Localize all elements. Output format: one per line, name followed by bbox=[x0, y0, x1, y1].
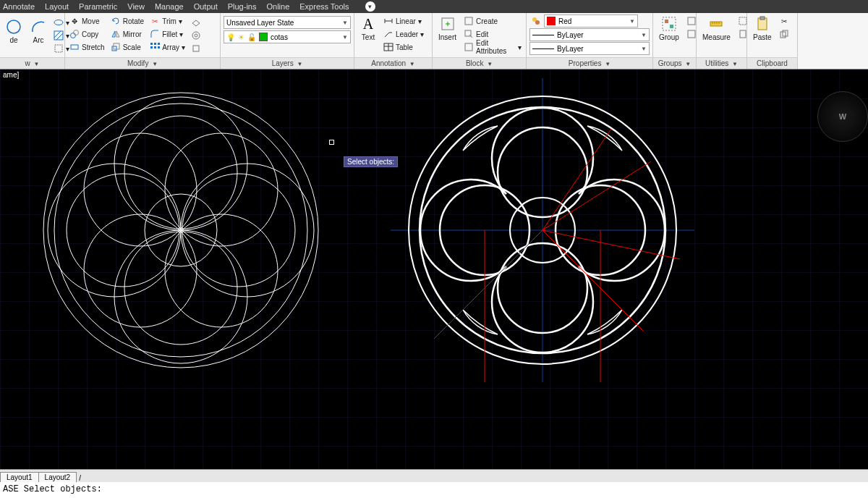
linear-button[interactable]: Linear ▾ bbox=[382, 14, 425, 28]
measure-button[interactable]: Measure bbox=[699, 14, 733, 43]
layer-color-swatch bbox=[259, 33, 268, 41]
construction-drawing bbox=[29, 78, 333, 382]
current-layer-value: cotas bbox=[271, 33, 288, 41]
array-button[interactable]: Array ▾ bbox=[148, 41, 187, 54]
panel-modify: ✥Move Copy Stretch Rotate Mirror Scale ✂… bbox=[65, 13, 221, 69]
copy-clip-icon bbox=[779, 29, 789, 39]
drawing-frame-label: ame] bbox=[0, 69, 22, 80]
chevron-down-icon: ▼ bbox=[641, 32, 647, 38]
color-value: Red bbox=[558, 17, 571, 25]
menu-more-icon[interactable]: ▾ bbox=[365, 1, 375, 12]
panel-groups: Group Groups ▼ bbox=[653, 13, 697, 69]
panel-layers: Unsaved Layer State ▼ 💡 ☀ 🔓 cotas ▼ Laye… bbox=[221, 13, 354, 69]
select-icon bbox=[738, 16, 748, 26]
panel-block: Insert Create Edit Edit Attributes ▾ Blo… bbox=[433, 13, 527, 69]
svg-point-56 bbox=[114, 230, 247, 363]
menu-layout[interactable]: Layout bbox=[45, 2, 69, 11]
fillet-button[interactable]: Fillet ▾ bbox=[148, 28, 187, 41]
paste-button[interactable]: Paste bbox=[750, 14, 775, 43]
table-button[interactable]: Table bbox=[382, 41, 425, 54]
menu-express-tools[interactable]: Express Tools bbox=[299, 2, 349, 11]
command-line[interactable]: ASE Select objects: bbox=[0, 482, 868, 498]
match-prop-button[interactable] bbox=[529, 14, 542, 28]
arc-button[interactable]: Arc bbox=[27, 14, 49, 46]
trim-button[interactable]: ✂Trim ▾ bbox=[148, 14, 187, 28]
linetype-icon bbox=[532, 48, 554, 49]
linetype-dropdown[interactable]: ByLayer ▼ bbox=[529, 42, 650, 55]
tab-layout1[interactable]: Layout1 bbox=[0, 472, 39, 482]
stretch-button[interactable]: Stretch bbox=[68, 41, 106, 54]
svg-line-76 bbox=[542, 161, 651, 230]
cut-button[interactable]: ✂ bbox=[778, 14, 791, 28]
cut-icon: ✂ bbox=[779, 16, 789, 26]
svg-line-80 bbox=[542, 230, 644, 332]
current-layer-dropdown[interactable]: 💡 ☀ 🔓 cotas ▼ bbox=[224, 30, 351, 43]
panel-title-annotation: Annotation ▼ bbox=[354, 57, 432, 69]
insert-button[interactable]: Insert bbox=[435, 14, 459, 43]
svg-rect-13 bbox=[158, 43, 160, 45]
circle-button[interactable]: de bbox=[3, 14, 25, 46]
menu-output[interactable]: Output bbox=[194, 2, 218, 11]
svg-rect-15 bbox=[154, 46, 156, 48]
svg-rect-35 bbox=[688, 17, 695, 25]
copy-clip-button[interactable] bbox=[778, 28, 791, 41]
menu-annotate[interactable]: Annotate bbox=[3, 2, 35, 11]
viewcube[interactable]: W bbox=[817, 91, 868, 142]
panel-utilities: Measure Utilities ▼ bbox=[697, 13, 747, 69]
svg-point-62 bbox=[165, 214, 278, 327]
create-icon bbox=[464, 16, 474, 26]
rotate-icon bbox=[111, 16, 121, 26]
panel-draw: de Arc ▾ ▾ ▾ w ▼ bbox=[0, 13, 65, 69]
layer-state-dropdown[interactable]: Unsaved Layer State ▼ bbox=[224, 16, 351, 29]
color-dropdown[interactable]: Red ▼ bbox=[544, 14, 638, 28]
panel-title-layers: Layers ▼ bbox=[221, 57, 354, 69]
leader-icon bbox=[383, 29, 393, 39]
lineweight-dropdown[interactable]: ByLayer ▼ bbox=[529, 28, 650, 41]
drawing-canvas[interactable]: ame] bbox=[0, 69, 868, 469]
svg-rect-43 bbox=[740, 30, 746, 38]
svg-rect-32 bbox=[663, 17, 676, 30]
svg-point-18 bbox=[195, 34, 197, 37]
move-button[interactable]: ✥Move bbox=[68, 14, 106, 28]
tab-layout2[interactable]: Layout2 bbox=[38, 472, 77, 482]
svg-rect-8 bbox=[71, 45, 78, 49]
ellipse-icon bbox=[54, 17, 64, 28]
menu-view[interactable]: View bbox=[127, 2, 145, 11]
layout-tabs: Layout1 Layout2 / bbox=[0, 469, 868, 482]
group-button[interactable]: Group bbox=[656, 14, 682, 43]
scale-button[interactable]: Scale bbox=[109, 41, 145, 54]
svg-point-59 bbox=[84, 133, 197, 246]
svg-point-1 bbox=[54, 20, 63, 25]
measure-icon bbox=[708, 16, 724, 32]
paste-icon bbox=[754, 16, 770, 32]
copy-icon bbox=[69, 29, 80, 39]
command-text: Select objects: bbox=[24, 484, 102, 494]
menu-manage[interactable]: Manage bbox=[155, 2, 184, 11]
panel-title-draw: w ▼ bbox=[0, 57, 64, 69]
menu-online[interactable]: Online bbox=[266, 2, 289, 11]
pickbox-cursor bbox=[329, 140, 334, 145]
copy-button[interactable]: Copy bbox=[68, 28, 106, 41]
menu-plugins[interactable]: Plug-ins bbox=[228, 2, 257, 11]
text-icon: A bbox=[360, 16, 376, 32]
text-button[interactable]: A Text bbox=[357, 14, 379, 43]
mod-extra2[interactable] bbox=[190, 29, 203, 42]
svg-point-61 bbox=[84, 214, 197, 327]
svg-point-31 bbox=[535, 20, 540, 25]
edit-attr-button[interactable]: Edit Attributes ▾ bbox=[462, 41, 523, 54]
chevron-down-icon: ▼ bbox=[629, 18, 635, 25]
create-block-button[interactable]: Create bbox=[462, 14, 523, 28]
mod-extra3[interactable] bbox=[190, 42, 203, 55]
leader-button[interactable]: Leader ▾ bbox=[382, 28, 425, 41]
rotate-button[interactable]: Rotate bbox=[109, 14, 145, 28]
mod-extra1[interactable] bbox=[190, 16, 203, 29]
svg-rect-42 bbox=[739, 17, 746, 25]
group-icon bbox=[661, 16, 677, 32]
svg-rect-34 bbox=[670, 25, 673, 28]
attr-icon bbox=[464, 42, 474, 52]
menu-parametric[interactable]: Parametric bbox=[79, 2, 117, 11]
svg-point-17 bbox=[192, 32, 200, 39]
panel-title-properties: Properties ▼ bbox=[527, 57, 652, 69]
mirror-button[interactable]: Mirror bbox=[109, 28, 145, 41]
color-swatch bbox=[547, 17, 556, 25]
